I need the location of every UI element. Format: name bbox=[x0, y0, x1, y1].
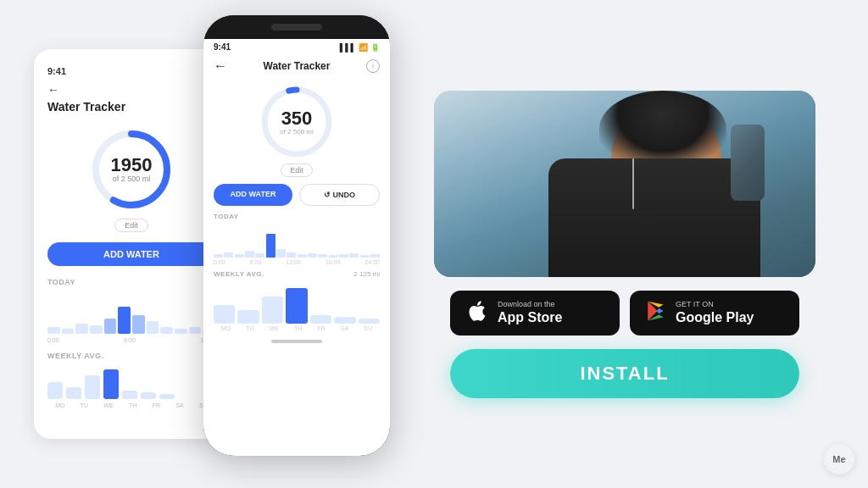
page-container: 9:41 ← Water Tracker 1950 of 2 500 ml Ed… bbox=[0, 0, 868, 488]
bg-weekly-days: MOTUWETHFRSASU bbox=[47, 402, 215, 408]
phone-edit-btn[interactable]: Edit bbox=[281, 164, 313, 177]
home-indicator bbox=[271, 340, 322, 343]
google-play-icon bbox=[645, 300, 667, 326]
phone-undo-btn[interactable]: ↺ UNDO bbox=[299, 184, 380, 206]
bg-card-title: Water Tracker bbox=[47, 100, 215, 114]
app-store-btn[interactable]: Download on the App Store bbox=[450, 291, 620, 336]
phone-water-unit: of 2 500 ml bbox=[280, 128, 314, 136]
phone-time: 9:41 bbox=[214, 42, 231, 52]
phone-weekly-chart bbox=[203, 281, 390, 324]
install-button[interactable]: INSTALL bbox=[450, 349, 799, 398]
app-store-text: Download on the App Store bbox=[498, 300, 562, 325]
google-play-text: GET IT ON Google Play bbox=[676, 300, 754, 325]
app-store-small-text: Download on the bbox=[498, 300, 562, 309]
bg-water-unit: of 2 500 ml bbox=[111, 175, 153, 183]
phone-weekly-label: WEEKLY AVG. bbox=[214, 270, 264, 278]
app-store-big-text: App Store bbox=[498, 309, 562, 325]
bg-weekly-label: WEEKLY AVG. bbox=[47, 352, 215, 360]
store-buttons-container: Download on the App Store GET IT ON Go bbox=[450, 291, 799, 336]
phone-info-btn[interactable]: i bbox=[366, 59, 380, 73]
phone-status-icons: ▌▌▌ 📶 🔋 bbox=[340, 43, 380, 52]
phone-bottom-bar bbox=[203, 333, 390, 350]
apple-icon bbox=[465, 299, 489, 327]
bg-today-label: TODAY bbox=[47, 278, 215, 286]
phone-notch bbox=[203, 15, 390, 39]
right-section: Download on the App Store GET IT ON Go bbox=[390, 91, 834, 398]
google-play-btn[interactable]: GET IT ON Google Play bbox=[630, 291, 799, 336]
phone-add-water-btn[interactable]: ADD WATER bbox=[214, 184, 292, 206]
phone-today-label: TODAY bbox=[203, 213, 390, 224]
me-badge: Me bbox=[824, 444, 854, 474]
phone-screen: 9:41 ▌▌▌ 📶 🔋 ← Water Tracker i bbox=[203, 39, 390, 456]
main-phone-mockup: 9:41 ▌▌▌ 📶 🔋 ← Water Tracker i bbox=[203, 15, 390, 456]
phone-status-bar: 9:41 ▌▌▌ 📶 🔋 bbox=[203, 39, 390, 55]
phone-back-btn[interactable]: ← bbox=[214, 58, 227, 74]
phone-weekly-days: MOTUWETHFRSASU bbox=[203, 324, 390, 333]
phone-action-buttons: ADD WATER ↺ UNDO bbox=[203, 184, 390, 213]
bg-weekly-bars bbox=[47, 365, 215, 399]
phone-header: ← Water Tracker i bbox=[203, 55, 390, 79]
phone-water-circle: 350 of 2 500 ml bbox=[259, 84, 335, 160]
background-app-card: 9:41 ← Water Tracker 1950 of 2 500 ml Ed… bbox=[34, 49, 229, 439]
bg-card-back-arrow: ← bbox=[47, 83, 215, 97]
phone-circle-area: 350 of 2 500 ml Edit bbox=[203, 79, 390, 184]
bg-daily-chart bbox=[47, 291, 215, 334]
wifi-icon: 📶 bbox=[359, 43, 368, 52]
phone-water-amount: 350 bbox=[280, 109, 314, 128]
signal-icon: ▌▌▌ bbox=[340, 43, 356, 52]
google-play-small-text: GET IT ON bbox=[676, 300, 754, 309]
photo-background bbox=[434, 91, 815, 277]
phone-chart-times: 0:006:0012:0018:0024:00 bbox=[203, 259, 390, 265]
bg-card-time: 9:41 bbox=[47, 66, 215, 76]
battery-icon: 🔋 bbox=[370, 43, 380, 52]
bg-water-amount: 1950 bbox=[111, 156, 153, 175]
photo-card bbox=[434, 91, 815, 277]
bg-add-water-btn[interactable]: ADD WATER bbox=[47, 242, 215, 266]
phone-weekly-value: 2 125 ml bbox=[353, 270, 380, 278]
phone-daily-chart bbox=[203, 224, 390, 258]
phone-weekly-header: WEEKLY AVG. 2 125 ml bbox=[203, 270, 390, 281]
left-section: 9:41 ← Water Tracker 1950 of 2 500 ml Ed… bbox=[34, 15, 390, 473]
bg-edit-btn[interactable]: Edit bbox=[114, 219, 148, 232]
phone-title: Water Tracker bbox=[264, 60, 331, 72]
bg-chart-times: 0:006:0012:00 bbox=[47, 337, 215, 343]
google-play-big-text: Google Play bbox=[676, 309, 754, 325]
